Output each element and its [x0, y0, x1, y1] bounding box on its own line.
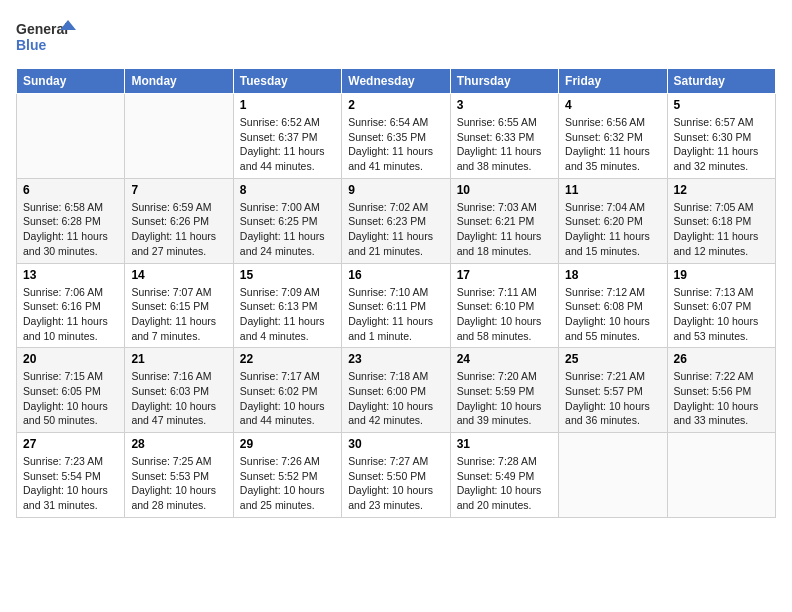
day-info: Sunrise: 7:27 AMSunset: 5:50 PMDaylight:… — [348, 454, 443, 513]
calendar-cell: 1Sunrise: 6:52 AMSunset: 6:37 PMDaylight… — [233, 94, 341, 179]
calendar-cell: 26Sunrise: 7:22 AMSunset: 5:56 PMDayligh… — [667, 348, 775, 433]
calendar-week-2: 6Sunrise: 6:58 AMSunset: 6:28 PMDaylight… — [17, 178, 776, 263]
calendar-week-4: 20Sunrise: 7:15 AMSunset: 6:05 PMDayligh… — [17, 348, 776, 433]
day-number: 2 — [348, 98, 443, 112]
col-header-saturday: Saturday — [667, 69, 775, 94]
day-number: 8 — [240, 183, 335, 197]
calendar-cell: 15Sunrise: 7:09 AMSunset: 6:13 PMDayligh… — [233, 263, 341, 348]
calendar-cell: 30Sunrise: 7:27 AMSunset: 5:50 PMDayligh… — [342, 433, 450, 518]
day-number: 11 — [565, 183, 660, 197]
day-info: Sunrise: 7:23 AMSunset: 5:54 PMDaylight:… — [23, 454, 118, 513]
page-header: General Blue — [16, 16, 776, 56]
day-info: Sunrise: 6:55 AMSunset: 6:33 PMDaylight:… — [457, 115, 552, 174]
day-info: Sunrise: 7:09 AMSunset: 6:13 PMDaylight:… — [240, 285, 335, 344]
day-info: Sunrise: 7:05 AMSunset: 6:18 PMDaylight:… — [674, 200, 769, 259]
day-number: 7 — [131, 183, 226, 197]
day-number: 28 — [131, 437, 226, 451]
day-info: Sunrise: 7:16 AMSunset: 6:03 PMDaylight:… — [131, 369, 226, 428]
day-info: Sunrise: 7:21 AMSunset: 5:57 PMDaylight:… — [565, 369, 660, 428]
calendar-cell: 5Sunrise: 6:57 AMSunset: 6:30 PMDaylight… — [667, 94, 775, 179]
day-number: 26 — [674, 352, 769, 366]
calendar-week-1: 1Sunrise: 6:52 AMSunset: 6:37 PMDaylight… — [17, 94, 776, 179]
day-number: 22 — [240, 352, 335, 366]
calendar-cell — [17, 94, 125, 179]
day-info: Sunrise: 7:26 AMSunset: 5:52 PMDaylight:… — [240, 454, 335, 513]
day-number: 1 — [240, 98, 335, 112]
calendar-cell: 24Sunrise: 7:20 AMSunset: 5:59 PMDayligh… — [450, 348, 558, 433]
logo-svg: General Blue — [16, 16, 76, 56]
col-header-wednesday: Wednesday — [342, 69, 450, 94]
day-number: 10 — [457, 183, 552, 197]
calendar-cell — [667, 433, 775, 518]
day-number: 3 — [457, 98, 552, 112]
day-number: 16 — [348, 268, 443, 282]
calendar-cell: 12Sunrise: 7:05 AMSunset: 6:18 PMDayligh… — [667, 178, 775, 263]
day-info: Sunrise: 7:04 AMSunset: 6:20 PMDaylight:… — [565, 200, 660, 259]
calendar-cell: 17Sunrise: 7:11 AMSunset: 6:10 PMDayligh… — [450, 263, 558, 348]
calendar-cell — [559, 433, 667, 518]
day-info: Sunrise: 7:25 AMSunset: 5:53 PMDaylight:… — [131, 454, 226, 513]
day-info: Sunrise: 6:54 AMSunset: 6:35 PMDaylight:… — [348, 115, 443, 174]
calendar-cell: 25Sunrise: 7:21 AMSunset: 5:57 PMDayligh… — [559, 348, 667, 433]
calendar-cell: 28Sunrise: 7:25 AMSunset: 5:53 PMDayligh… — [125, 433, 233, 518]
day-info: Sunrise: 7:17 AMSunset: 6:02 PMDaylight:… — [240, 369, 335, 428]
calendar-cell: 20Sunrise: 7:15 AMSunset: 6:05 PMDayligh… — [17, 348, 125, 433]
day-info: Sunrise: 7:06 AMSunset: 6:16 PMDaylight:… — [23, 285, 118, 344]
day-info: Sunrise: 6:56 AMSunset: 6:32 PMDaylight:… — [565, 115, 660, 174]
calendar-cell: 14Sunrise: 7:07 AMSunset: 6:15 PMDayligh… — [125, 263, 233, 348]
day-info: Sunrise: 7:28 AMSunset: 5:49 PMDaylight:… — [457, 454, 552, 513]
calendar-cell: 4Sunrise: 6:56 AMSunset: 6:32 PMDaylight… — [559, 94, 667, 179]
day-info: Sunrise: 7:12 AMSunset: 6:08 PMDaylight:… — [565, 285, 660, 344]
day-info: Sunrise: 7:10 AMSunset: 6:11 PMDaylight:… — [348, 285, 443, 344]
calendar-cell: 9Sunrise: 7:02 AMSunset: 6:23 PMDaylight… — [342, 178, 450, 263]
calendar-cell — [125, 94, 233, 179]
day-number: 15 — [240, 268, 335, 282]
day-info: Sunrise: 7:11 AMSunset: 6:10 PMDaylight:… — [457, 285, 552, 344]
calendar-cell: 11Sunrise: 7:04 AMSunset: 6:20 PMDayligh… — [559, 178, 667, 263]
col-header-thursday: Thursday — [450, 69, 558, 94]
day-info: Sunrise: 7:13 AMSunset: 6:07 PMDaylight:… — [674, 285, 769, 344]
calendar-cell: 18Sunrise: 7:12 AMSunset: 6:08 PMDayligh… — [559, 263, 667, 348]
calendar-cell: 7Sunrise: 6:59 AMSunset: 6:26 PMDaylight… — [125, 178, 233, 263]
day-info: Sunrise: 6:52 AMSunset: 6:37 PMDaylight:… — [240, 115, 335, 174]
day-number: 12 — [674, 183, 769, 197]
calendar-cell: 22Sunrise: 7:17 AMSunset: 6:02 PMDayligh… — [233, 348, 341, 433]
calendar-week-5: 27Sunrise: 7:23 AMSunset: 5:54 PMDayligh… — [17, 433, 776, 518]
day-info: Sunrise: 7:20 AMSunset: 5:59 PMDaylight:… — [457, 369, 552, 428]
day-info: Sunrise: 7:18 AMSunset: 6:00 PMDaylight:… — [348, 369, 443, 428]
calendar-table: SundayMondayTuesdayWednesdayThursdayFrid… — [16, 68, 776, 518]
day-info: Sunrise: 6:58 AMSunset: 6:28 PMDaylight:… — [23, 200, 118, 259]
day-number: 9 — [348, 183, 443, 197]
day-info: Sunrise: 7:00 AMSunset: 6:25 PMDaylight:… — [240, 200, 335, 259]
day-number: 19 — [674, 268, 769, 282]
calendar-cell: 2Sunrise: 6:54 AMSunset: 6:35 PMDaylight… — [342, 94, 450, 179]
day-number: 29 — [240, 437, 335, 451]
day-info: Sunrise: 6:59 AMSunset: 6:26 PMDaylight:… — [131, 200, 226, 259]
day-number: 14 — [131, 268, 226, 282]
day-number: 4 — [565, 98, 660, 112]
calendar-week-3: 13Sunrise: 7:06 AMSunset: 6:16 PMDayligh… — [17, 263, 776, 348]
calendar-cell: 6Sunrise: 6:58 AMSunset: 6:28 PMDaylight… — [17, 178, 125, 263]
day-number: 17 — [457, 268, 552, 282]
day-info: Sunrise: 7:03 AMSunset: 6:21 PMDaylight:… — [457, 200, 552, 259]
svg-text:General: General — [16, 21, 68, 37]
calendar-header-row: SundayMondayTuesdayWednesdayThursdayFrid… — [17, 69, 776, 94]
col-header-monday: Monday — [125, 69, 233, 94]
calendar-cell: 13Sunrise: 7:06 AMSunset: 6:16 PMDayligh… — [17, 263, 125, 348]
calendar-cell: 19Sunrise: 7:13 AMSunset: 6:07 PMDayligh… — [667, 263, 775, 348]
day-number: 21 — [131, 352, 226, 366]
day-info: Sunrise: 7:07 AMSunset: 6:15 PMDaylight:… — [131, 285, 226, 344]
calendar-cell: 16Sunrise: 7:10 AMSunset: 6:11 PMDayligh… — [342, 263, 450, 348]
col-header-friday: Friday — [559, 69, 667, 94]
calendar-cell: 29Sunrise: 7:26 AMSunset: 5:52 PMDayligh… — [233, 433, 341, 518]
col-header-sunday: Sunday — [17, 69, 125, 94]
day-info: Sunrise: 7:15 AMSunset: 6:05 PMDaylight:… — [23, 369, 118, 428]
day-info: Sunrise: 7:02 AMSunset: 6:23 PMDaylight:… — [348, 200, 443, 259]
calendar-cell: 27Sunrise: 7:23 AMSunset: 5:54 PMDayligh… — [17, 433, 125, 518]
day-info: Sunrise: 7:22 AMSunset: 5:56 PMDaylight:… — [674, 369, 769, 428]
calendar-cell: 8Sunrise: 7:00 AMSunset: 6:25 PMDaylight… — [233, 178, 341, 263]
calendar-cell: 10Sunrise: 7:03 AMSunset: 6:21 PMDayligh… — [450, 178, 558, 263]
calendar-cell: 23Sunrise: 7:18 AMSunset: 6:00 PMDayligh… — [342, 348, 450, 433]
day-number: 18 — [565, 268, 660, 282]
logo: General Blue — [16, 16, 76, 56]
